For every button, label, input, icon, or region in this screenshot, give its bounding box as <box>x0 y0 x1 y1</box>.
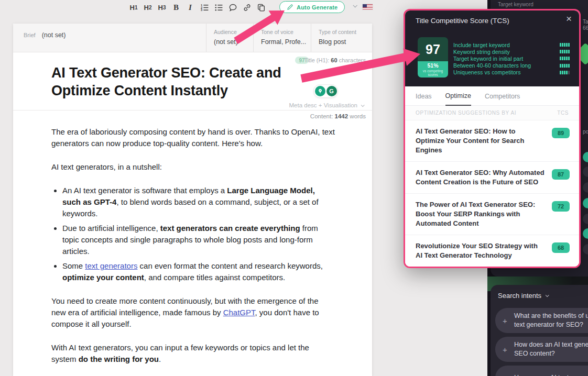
keyword-fragment: es <box>583 167 588 177</box>
inline-tools-pill: G <box>313 84 338 98</box>
bullet-item: An AI text generator is software that em… <box>62 185 335 219</box>
paragraph: With AI text generators, you can input a… <box>51 342 335 365</box>
tcs-score-value: 97 <box>418 37 448 61</box>
bold-text: do the writing for you <box>79 355 159 363</box>
meter-segment <box>562 64 563 68</box>
keyword-fragment: o <box>583 152 588 162</box>
link-icon[interactable] <box>242 2 252 13</box>
bullet-item: Due to artificial intelligence, text gen… <box>62 223 335 257</box>
inline-link[interactable]: text generators <box>85 261 137 270</box>
h1-icon[interactable]: H1 <box>129 2 138 13</box>
italic-icon[interactable]: I <box>186 2 195 13</box>
grammarly-icon[interactable]: G <box>326 86 337 96</box>
bold-icon[interactable]: B <box>171 2 181 13</box>
ordered-list-icon[interactable]: 123 <box>200 2 209 13</box>
inline-link[interactable]: ChatGPT <box>223 308 255 317</box>
brief-field-type-of-content[interactable]: Type of contentBlog post <box>311 24 372 52</box>
text-run: Some <box>62 261 85 270</box>
keyword-fragment: ma <box>583 182 588 193</box>
tcs-percent: 51% <box>418 63 448 69</box>
tcs-score-percent-box: 51% vs competing scores <box>418 61 448 78</box>
meter-segment <box>562 57 563 60</box>
auto-generate-label: Auto Generate <box>297 4 337 10</box>
search-intents-header[interactable]: Search intents <box>498 292 548 300</box>
brief-field-value: Formal, Profe... <box>261 38 307 46</box>
bullet-list: An AI text generator is software that em… <box>51 185 335 283</box>
brief-field-label: Type of content <box>319 29 368 35</box>
paragraph: You need to create more content continuo… <box>51 295 335 330</box>
meter-segment <box>566 64 568 68</box>
text-run: AI text generators, in a nutshell: <box>51 162 162 171</box>
meter-segment <box>566 50 568 53</box>
brief-value: (not set) <box>42 31 66 39</box>
suggestion-row[interactable]: AI Text Generator SEO: Why Automated Con… <box>405 162 579 194</box>
tab-ideas[interactable]: Ideas <box>416 93 432 105</box>
keyword-fragment: pros <box>583 244 588 255</box>
meter-segment <box>568 57 570 60</box>
brief-field-tone-of-voice[interactable]: Tone of voiceFormal, Profe... <box>253 24 311 52</box>
suggestion-row[interactable]: The Power of AI Text Generator SEO: Boos… <box>405 194 579 235</box>
h3-icon[interactable]: H3 <box>157 2 167 13</box>
tcs-checklist-meter <box>560 71 570 74</box>
plus-icon: + <box>503 373 507 376</box>
meter-segment <box>562 43 563 47</box>
text-run: Due to artificial intelligence, <box>62 224 160 233</box>
auto-generate-button[interactable]: Auto Generate <box>279 1 345 13</box>
suggestions-header-left: OPTIMIZATION SUGGESTIONS BY AI <box>416 110 516 116</box>
generate-more-button[interactable]: Generate more <box>454 268 530 268</box>
tcs-checklist-label: Target keyword in initial part <box>453 56 523 62</box>
search-intent-item[interactable]: +How does an AI text generatorSEO conten… <box>495 337 588 362</box>
document-editor: Brief (not set) Audience(not set)Tone of… <box>13 24 372 376</box>
suggestion-row[interactable]: AI Text Generator SEO: How to Optimize Y… <box>405 120 579 162</box>
article-title[interactable]: AI Text Generator SEO: Create and Optimi… <box>51 64 330 99</box>
tcs-checklist-meter <box>560 43 570 47</box>
tcs-panel-title: Title Competitive Score (TCS) <box>416 17 509 25</box>
h2-icon[interactable]: H2 <box>143 2 153 13</box>
us-flag-icon[interactable] <box>363 4 373 10</box>
tcs-checklist-label: Between 40-60 characters long <box>453 62 531 69</box>
search-intent-text: How can an AI text generator <box>514 373 588 376</box>
brief-label: Brief <box>24 32 36 38</box>
tcs-checklist-item: Include target keyword <box>453 41 570 48</box>
tab-optimize[interactable]: Optimize <box>445 92 471 106</box>
search-intent-text: What are the benefits of usingtext gener… <box>514 312 588 329</box>
tcs-checklist-label: Include target keyword <box>453 42 510 48</box>
meta-desc-toggle[interactable]: Meta desc + Visualisation <box>289 102 364 108</box>
title-char-counter: Title (H1): 60 characters <box>304 57 366 63</box>
text-run: An AI text generator is software that em… <box>62 186 227 195</box>
close-icon[interactable]: × <box>566 14 572 24</box>
brief-field-label: Audience <box>214 29 249 35</box>
editor-body[interactable]: The era of laboriously composing content… <box>51 126 335 376</box>
brief-field-audience[interactable]: Audience(not set) <box>206 24 253 52</box>
copy-icon[interactable] <box>256 2 266 13</box>
suggestions-list-header: OPTIMIZATION SUGGESTIONS BY AI TCS <box>405 106 579 120</box>
meter-segment <box>568 71 570 74</box>
search-intent-item[interactable]: +What are the benefits of usingtext gene… <box>495 308 588 333</box>
tcs-percent-caption: vs competing scores <box>418 69 448 76</box>
comment-icon[interactable] <box>228 2 237 13</box>
tab-competitors[interactable]: Competitors <box>485 93 520 105</box>
brief-bar: Brief (not set) Audience(not set)Tone of… <box>13 24 372 52</box>
meter-segment <box>560 50 561 53</box>
brief-field[interactable]: Brief (not set) <box>24 31 66 39</box>
suggestion-row[interactable]: Revolutionize Your SEO Strategy with AI … <box>405 235 579 267</box>
content-word-counter: Content: 1442 words <box>310 113 366 119</box>
search-intent-text: How does an AI text generatorSEO content… <box>514 340 588 358</box>
suggestion-title: AI Text Generator SEO: Why Automated Con… <box>416 168 546 187</box>
meter-segment <box>564 57 565 60</box>
suggestion-tcs-score: 87 <box>552 169 570 180</box>
suggestion-tcs-score: 68 <box>552 242 570 253</box>
paragraph: AI text generators, in a nutshell: <box>51 161 335 173</box>
tcs-panel: Title Competitive Score (TCS) × 97 51% v… <box>404 9 581 268</box>
tcs-checklist-label: Uniqueness vs competitors <box>453 69 521 75</box>
meter-segment <box>564 64 565 68</box>
lightbulb-icon[interactable] <box>315 86 325 96</box>
title-divider <box>13 110 372 110</box>
search-intent-item[interactable]: +How can an AI text generator <box>495 366 588 376</box>
chevron-down-icon <box>361 103 365 107</box>
auto-generate-dropdown-chevron[interactable] <box>353 3 357 7</box>
meter-segment <box>568 50 570 53</box>
meter-segment <box>564 71 565 74</box>
bullet-list-icon[interactable] <box>214 2 223 13</box>
meter-segment <box>562 71 563 74</box>
